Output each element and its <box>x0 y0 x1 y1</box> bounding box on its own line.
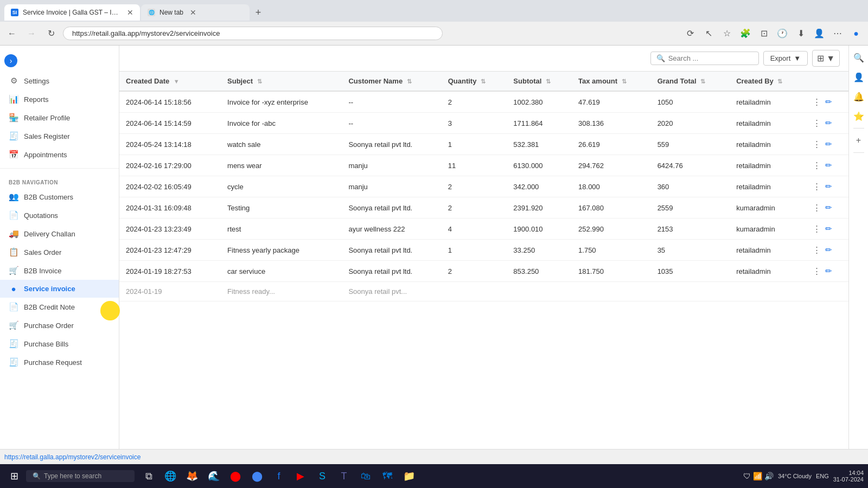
cell-created-by: retailadmin <box>730 113 806 134</box>
col-subtotal[interactable]: Subtotal ⇅ <box>507 72 572 91</box>
taskbar-firefox-icon[interactable]: 🦊 <box>182 466 202 486</box>
more-actions-icon[interactable]: ⋮ <box>813 224 821 234</box>
extensions-icon[interactable]: 🧩 <box>738 26 753 41</box>
sidebar-toggle[interactable]: › <box>4 54 17 67</box>
taskbar-fb-icon[interactable]: f <box>269 466 289 486</box>
sidebar-item-b2b-invoice[interactable]: 🛒 B2B Invoice <box>0 261 119 280</box>
edit-icon[interactable]: ✏ <box>825 139 832 149</box>
cell-grand-total: 2020 <box>651 113 730 134</box>
refresh-icon[interactable]: ⟳ <box>682 26 698 41</box>
sidebar-label-settings: Settings <box>24 77 49 85</box>
taskbar-edge-icon[interactable]: 🌊 <box>204 466 224 486</box>
account-avatar[interactable]: ● <box>848 26 864 41</box>
sidebar-item-purchase-bills[interactable]: 🧾 Purchase Bills <box>0 335 119 353</box>
split-icon[interactable]: ⊡ <box>756 26 771 41</box>
taskbar-start-button[interactable]: ⊞ <box>4 466 24 486</box>
star-icon[interactable]: ☆ <box>719 26 735 41</box>
edit-icon[interactable]: ✏ <box>825 118 832 128</box>
back-button[interactable]: ← <box>4 26 20 41</box>
more-actions-icon[interactable]: ⋮ <box>813 245 821 255</box>
rail-star-icon[interactable]: ⭐ <box>851 108 866 124</box>
more-actions-icon[interactable]: ⋮ <box>813 97 821 107</box>
table-row: 2024-01-19 18:27:53 car serviuce Soonya … <box>119 261 848 282</box>
cell-subtotal: 853.250 <box>507 261 572 282</box>
taskbar-skype-icon[interactable]: S <box>312 466 332 486</box>
rail-search-icon[interactable]: 🔍 <box>851 50 866 65</box>
sidebar-item-purchase-request[interactable]: 🧾 Purchase Request <box>0 353 119 371</box>
edit-icon[interactable]: ✏ <box>825 224 832 234</box>
taskbar-task-view[interactable]: ⧉ <box>139 466 158 486</box>
taskbar-maps-icon[interactable]: 🗺 <box>378 466 397 486</box>
rail-bell-icon[interactable]: 🔔 <box>851 89 866 104</box>
taskbar-app1-icon[interactable]: ⬤ <box>226 466 245 486</box>
search-box[interactable]: 🔍 <box>650 52 759 65</box>
taskbar-chrome-icon[interactable]: ⬤ <box>247 466 267 486</box>
col-created-date[interactable]: Created Date ▼ <box>119 72 221 91</box>
inactive-tab[interactable]: 🌐 New tab ✕ <box>141 4 250 21</box>
col-quantity[interactable]: Quantity ⇅ <box>442 72 507 91</box>
sidebar-item-retailer-profile[interactable]: 🏪 Retailer Profile <box>0 108 119 127</box>
more-actions-icon[interactable]: ⋮ <box>813 139 821 149</box>
new-tab-close[interactable]: ✕ <box>190 8 196 17</box>
sidebar-item-b2b-customers[interactable]: 👥 B2B Customers <box>0 188 119 206</box>
sidebar-item-settings[interactable]: ⚙ Settings <box>0 72 119 90</box>
taskbar-browser-icon[interactable]: 🌐 <box>161 466 180 486</box>
col-customer-name[interactable]: Customer Name ⇅ <box>342 72 441 91</box>
right-rail: 🔍 👤 🔔 ⭐ + ⚙ <box>848 46 868 488</box>
rail-add-icon[interactable]: + <box>851 133 866 148</box>
cell-created-by: kumaradmin <box>730 197 806 219</box>
sidebar-label-b2b-customers: B2B Customers <box>24 193 73 201</box>
url-bar[interactable]: https://retail.galla.app/mystorev2/servi… <box>63 27 443 40</box>
cell-quantity: 3 <box>442 113 507 134</box>
more-actions-icon[interactable]: ⋮ <box>813 118 821 128</box>
more-actions-icon[interactable]: ⋮ <box>813 160 821 170</box>
taskbar-yt-icon[interactable]: ▶ <box>291 466 310 486</box>
edit-icon[interactable]: ✏ <box>825 245 832 255</box>
sidebar-item-appointments[interactable]: 📅 Appointments <box>0 145 119 164</box>
edit-icon[interactable]: ✏ <box>825 203 832 213</box>
col-grand-total[interactable]: Grand Total ⇅ <box>651 72 730 91</box>
sidebar-item-sales-order[interactable]: 📋 Sales Order <box>0 243 119 261</box>
export-button[interactable]: Export ▼ <box>763 51 808 66</box>
taskbar-search[interactable]: 🔍 Type here to search <box>26 470 135 482</box>
date-display: 31-07-2024 <box>833 476 864 483</box>
download-icon[interactable]: ⬇ <box>793 26 808 41</box>
col-created-by[interactable]: Created By ⇅ <box>730 72 806 91</box>
edit-icon[interactable]: ✏ <box>825 97 832 107</box>
more-actions-icon[interactable]: ⋮ <box>813 182 821 191</box>
cell-grand-total: 2153 <box>651 219 730 240</box>
edit-icon[interactable]: ✏ <box>825 182 832 191</box>
sidebar: › ⚙ Settings 📊 Reports 🏪 Retailer Profil… <box>0 46 119 488</box>
taskbar-store-icon[interactable]: 🛍 <box>356 466 375 486</box>
search-input[interactable] <box>668 54 753 62</box>
taskbar-teams-icon[interactable]: T <box>334 466 354 486</box>
active-tab-close[interactable]: ✕ <box>127 8 133 17</box>
profile-icon[interactable]: 👤 <box>812 26 827 41</box>
view-toggle-button[interactable]: ⊞ ▼ <box>812 50 840 67</box>
cell-subtotal: 1002.380 <box>507 91 572 113</box>
cell-tax-amount: 1.750 <box>572 240 651 261</box>
more-actions-icon[interactable]: ⋮ <box>813 266 821 276</box>
sidebar-item-delivery-challan[interactable]: 🚚 Delivery Challan <box>0 224 119 243</box>
rail-user-icon[interactable]: 👤 <box>851 69 866 85</box>
cursor-icon[interactable]: ↖ <box>701 26 716 41</box>
sidebar-item-service-invoice[interactable]: ● Service invoice <box>0 280 119 298</box>
sidebar-item-quotations[interactable]: 📄 Quotations <box>0 206 119 224</box>
new-tab-button[interactable]: + <box>251 5 266 20</box>
sidebar-item-reports[interactable]: 📊 Reports <box>0 90 119 108</box>
history-icon[interactable]: 🕐 <box>775 26 790 41</box>
col-subject[interactable]: Subject ⇅ <box>221 72 342 91</box>
sidebar-item-purchase-order[interactable]: 🛒 Purchase Order <box>0 316 119 335</box>
sidebar-item-sales-register[interactable]: 🧾 Sales Register <box>0 127 119 145</box>
active-tab[interactable]: SI Service Invoice | Galla GST – Inve...… <box>4 4 140 21</box>
cell-grand-total: 6424.76 <box>651 155 730 176</box>
forward-button[interactable]: → <box>24 26 39 41</box>
reload-button[interactable]: ↻ <box>43 26 59 41</box>
edit-icon[interactable]: ✏ <box>825 160 832 170</box>
col-tax-amount[interactable]: Tax amount ⇅ <box>572 72 651 91</box>
more-icon[interactable]: ⋯ <box>830 26 845 41</box>
edit-icon[interactable]: ✏ <box>825 266 832 276</box>
cell-subtotal: 532.381 <box>507 134 572 155</box>
taskbar-folder-icon[interactable]: 📁 <box>399 466 419 486</box>
more-actions-icon[interactable]: ⋮ <box>813 203 821 213</box>
